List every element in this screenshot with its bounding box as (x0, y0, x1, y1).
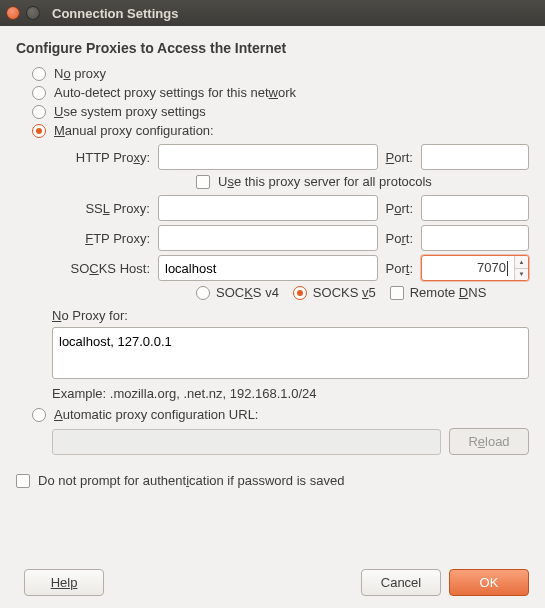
ok-button[interactable]: OK (449, 569, 529, 596)
close-icon[interactable] (6, 6, 20, 20)
titlebar: Connection Settings (0, 0, 545, 26)
auto-config-url-input (52, 429, 441, 455)
radio-auto-detect[interactable]: Auto-detect proxy settings for this netw… (32, 85, 529, 100)
reload-button: Reload (449, 428, 529, 455)
ssl-port-input[interactable] (422, 196, 529, 220)
ftp-proxy-label: FTP Proxy: (52, 231, 150, 246)
use-all-checkbox[interactable] (196, 175, 210, 189)
radio-no-proxy[interactable]: No proxy (32, 66, 529, 81)
http-port-field[interactable]: ▲ ▼ (421, 144, 529, 170)
socks-v4-radio[interactable]: SOCKS v4 (196, 285, 279, 300)
http-proxy-host[interactable] (158, 144, 378, 170)
socks-port-label: Port: (386, 261, 413, 276)
ssl-port-field[interactable]: ▲ ▼ (421, 195, 529, 221)
minimize-icon[interactable] (26, 6, 40, 20)
http-proxy-label: HTTP Proxy: (52, 150, 150, 165)
no-proxy-for-label: No Proxy for: (52, 308, 529, 323)
window-title: Connection Settings (52, 6, 178, 21)
use-all-label: Use this proxy server for all protocols (218, 174, 432, 189)
socks-host-input[interactable] (158, 255, 378, 281)
ftp-port-input[interactable] (422, 226, 529, 250)
help-button[interactable]: Help (24, 569, 104, 596)
radio-no-proxy-label: No proxy (54, 66, 106, 81)
radio-auto-config-url[interactable]: Automatic proxy configuration URL: (32, 407, 529, 422)
socks-port-input[interactable]: 7070 (422, 256, 514, 280)
radio-system-proxy-label: Use system proxy settings (54, 104, 206, 119)
socks-port-field[interactable]: 7070 ▲ ▼ (421, 255, 529, 281)
socks-v5-radio[interactable]: SOCKS v5 (293, 285, 376, 300)
http-port-input[interactable] (422, 145, 529, 169)
ssl-proxy-label: SSL Proxy: (52, 201, 150, 216)
cancel-button[interactable]: Cancel (361, 569, 441, 596)
radio-manual-proxy[interactable]: Manual proxy configuration: (32, 123, 529, 138)
no-proxy-textarea[interactable] (52, 327, 529, 379)
no-proxy-example: Example: .mozilla.org, .net.nz, 192.168.… (52, 386, 529, 401)
auth-prompt-checkbox[interactable] (16, 474, 30, 488)
radio-system-proxy[interactable]: Use system proxy settings (32, 104, 529, 119)
radio-auto-detect-label: Auto-detect proxy settings for this netw… (54, 85, 296, 100)
radio-manual-proxy-label: Manual proxy configuration: (54, 123, 214, 138)
http-port-label: Port: (386, 150, 413, 165)
spin-up-icon[interactable]: ▲ (515, 256, 528, 269)
spin-down-icon[interactable]: ▼ (515, 269, 528, 281)
radio-auto-config-url-label: Automatic proxy configuration URL: (54, 407, 258, 422)
socks-host-label: SOCKS Host: (52, 261, 150, 276)
page-heading: Configure Proxies to Access the Internet (16, 40, 529, 56)
remote-dns-checkbox[interactable]: Remote DNS (390, 285, 487, 300)
ftp-port-label: Port: (386, 231, 413, 246)
auth-prompt-label: Do not prompt for authentication if pass… (38, 473, 344, 488)
ssl-port-label: Port: (386, 201, 413, 216)
ssl-proxy-host[interactable] (158, 195, 378, 221)
ftp-proxy-host[interactable] (158, 225, 378, 251)
ftp-port-field[interactable]: ▲ ▼ (421, 225, 529, 251)
